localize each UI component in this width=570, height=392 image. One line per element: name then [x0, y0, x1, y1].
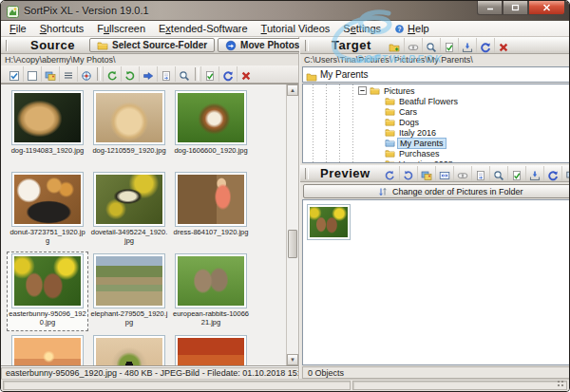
scrollbar-thumb[interactable] [288, 230, 297, 258]
folder-icon [306, 69, 317, 81]
target-panel: Target C:\Users\Tina\Pictures\ Pictures\… [299, 37, 570, 379]
thumbnail-dog-1194083_1920.jpg[interactable]: dog-1194083_1920.jpg [7, 88, 88, 168]
thumbnail-image [93, 335, 165, 365]
toolbar-grip[interactable] [305, 168, 309, 179]
app-icon [7, 5, 19, 17]
rename-icon[interactable] [453, 166, 471, 181]
doc-arrow-icon[interactable] [157, 66, 175, 82]
title-bar[interactable]: SortPix XL - Version 19.0.1 [1, 1, 569, 21]
preview-image [310, 207, 348, 237]
menu-tutorial-videos[interactable]: Tutorial Videos [255, 22, 337, 35]
preview-title: Preview [314, 166, 378, 180]
magnifier-icon[interactable] [489, 166, 507, 181]
maximize-button[interactable] [503, 1, 528, 15]
magnifier-icon[interactable] [175, 66, 193, 82]
tray-arrow-icon[interactable] [458, 38, 476, 53]
doc-check-icon[interactable] [440, 38, 458, 53]
delete-x-icon[interactable] [237, 66, 255, 82]
folder-icon [385, 148, 395, 159]
thumbnail-elephant-279505_1920.jpg[interactable]: elephant-279505_1920.jpg [88, 252, 170, 331]
toolbar-grip[interactable] [305, 40, 309, 51]
move-photos-button[interactable]: Move Photos [218, 38, 307, 52]
menu-fullscreen[interactable]: Fullscreen [90, 22, 152, 35]
arrow-right-blue-icon[interactable] [139, 66, 157, 82]
thumbnail-easterbunny-95096_1920.jpg[interactable]: easterbunny-95096_1920.jpg [7, 252, 88, 331]
thumbnail-dog-1210559_1920.jpg[interactable]: dog-1210559_1920.jpg [88, 88, 170, 168]
doc-check-icon[interactable] [200, 66, 218, 82]
sort-icon [377, 186, 389, 197]
tree-item-label: Purchases [397, 149, 442, 159]
rotate-left-green-icon[interactable] [103, 66, 121, 82]
thumbnail-dog-1606600_1920.jpg[interactable]: dog-1606600_1920.jpg [170, 88, 252, 168]
menu-bar: FileShortcutsFullscreenExtended-Software… [1, 21, 569, 37]
resize-grip[interactable] [557, 380, 565, 388]
fit-width-icon[interactable] [435, 166, 453, 181]
thumbnail-eye[interactable] [88, 333, 170, 365]
magnifier-icon[interactable] [422, 38, 440, 53]
rotate-right-green-icon[interactable] [121, 66, 139, 82]
source-status-bar: easterbunny-95096_1920.jpg - 480 KB - JP… [1, 366, 298, 379]
menu-help[interactable]: ?Help [388, 22, 436, 35]
change-order-button[interactable]: Change order of Pictures in Folder [303, 184, 570, 198]
select-source-folder-label: Select Source-Folder [112, 40, 207, 50]
tree-item-beatful-flowers[interactable]: Beatful Flowers [303, 96, 570, 106]
menu-shortcuts[interactable]: Shortcuts [33, 22, 90, 35]
thumbnail-dress-864107_1920.jpg[interactable]: dress-864107_1920.jpg [170, 170, 252, 250]
tree-item-dogs[interactable]: Dogs [303, 117, 570, 127]
thumbnail-dovetail-3495224_1920.jpg[interactable]: dovetail-3495224_1920.jpg [88, 170, 170, 250]
tree-item-pictures[interactable]: Pictures [303, 85, 570, 96]
tree-item-purchases[interactable]: Purchases [303, 148, 570, 159]
list-icon[interactable] [59, 66, 77, 82]
rotate-right-blue-icon[interactable] [399, 166, 417, 181]
checkbox-checked-icon[interactable] [5, 66, 23, 82]
toolbar-grip[interactable] [6, 40, 8, 51]
preview-thumbnail[interactable] [307, 204, 351, 240]
menu-settings[interactable]: Settings [336, 22, 388, 35]
monitor-icon[interactable] [561, 166, 570, 181]
delete-x-icon[interactable] [494, 38, 512, 53]
thumbnail-image [175, 172, 247, 227]
tree-item-label: Beatful Flowers [397, 97, 460, 106]
menu-extended-software[interactable]: Extended-Software [152, 22, 255, 35]
rotate-left-blue-icon[interactable] [381, 166, 399, 181]
close-button[interactable] [528, 1, 565, 15]
thumbnail-european-rabbits-1006621.jpg[interactable]: european-rabbits-1006621.jpg [170, 252, 252, 331]
minimize-button[interactable] [477, 1, 503, 15]
select-source-folder-button[interactable]: Select Source-Folder [89, 38, 215, 52]
thumbnail-autumn[interactable] [170, 333, 252, 365]
globe-icon[interactable] [77, 66, 95, 82]
tray-arrow-icon[interactable] [525, 166, 543, 181]
folder-icon [370, 85, 380, 96]
thumbnail-donut-3723751_1920.jpg[interactable]: donut-3723751_1920.jpg [7, 170, 88, 250]
rename-icon[interactable] [404, 38, 422, 53]
refresh-blue-icon[interactable] [218, 66, 237, 82]
folder-icon [385, 96, 395, 106]
menu-file[interactable]: File [3, 22, 33, 35]
thumbnail-image [11, 335, 84, 365]
tree-item-cars[interactable]: Cars [303, 106, 570, 117]
tree-item-my-parents[interactable]: My Parents [303, 138, 570, 148]
source-scrollbar[interactable]: ▲ ▼ [286, 84, 298, 365]
scroll-up-icon[interactable]: ▲ [287, 84, 298, 96]
folder-plus-icon[interactable] [386, 38, 404, 53]
folder-tree: PicturesBeatful FlowersCarsDogsItaly 201… [303, 84, 570, 162]
status-pane-left [3, 381, 351, 390]
tree-item-vacation-2008[interactable]: Vacation 2008 [303, 159, 570, 162]
status-pane-right [352, 381, 567, 390]
target-header: Target [300, 37, 570, 54]
target-toolbar [386, 37, 512, 54]
doc-check-icon[interactable] [507, 166, 525, 181]
checkbox-empty-icon[interactable] [23, 66, 41, 82]
thumbnail-mountains[interactable] [7, 333, 88, 365]
photos-icon[interactable] [417, 166, 435, 181]
refresh-blue-icon[interactable] [543, 166, 561, 181]
tree-item-italy-2016[interactable]: Italy 2016 [303, 127, 570, 138]
folder-icon [385, 127, 395, 138]
refresh-blue-icon[interactable] [476, 38, 494, 53]
source-path: H:\Acopy\abermy\My Photos\ [1, 54, 298, 65]
photos-icon[interactable] [41, 66, 59, 82]
target-folder-dropdown[interactable]: My Parents ▼ [302, 66, 570, 83]
expander-icon[interactable] [358, 86, 367, 95]
scroll-down-icon[interactable]: ▼ [287, 354, 298, 365]
doc-arrow-icon[interactable] [471, 166, 489, 181]
